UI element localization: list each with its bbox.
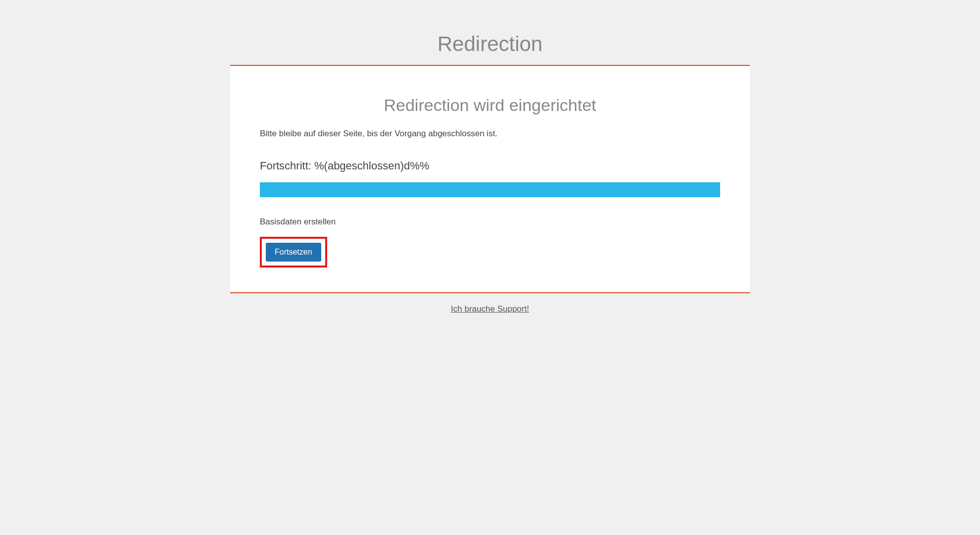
highlight-box: Fortsetzen [260, 237, 327, 268]
continue-button[interactable]: Fortsetzen [266, 243, 321, 262]
status-text: Basisdaten erstellen [260, 217, 720, 227]
card-heading: Redirection wird eingerichtet [260, 96, 720, 115]
progress-bar-fill [260, 182, 720, 197]
divider-bottom [230, 292, 750, 293]
instruction-text: Bitte bleibe auf dieser Seite, bis der V… [260, 129, 720, 139]
progress-bar [260, 182, 720, 197]
progress-label: Fortschritt: %(abgeschlossen)d%% [260, 160, 720, 172]
support-link[interactable]: Ich brauche Support! [451, 304, 529, 314]
page-title: Redirection [230, 32, 750, 56]
page-container: Redirection Redirection wird eingerichte… [230, 0, 750, 314]
setup-card: Redirection wird eingerichtet Bitte blei… [230, 66, 750, 292]
support-link-row: Ich brauche Support! [230, 304, 750, 314]
